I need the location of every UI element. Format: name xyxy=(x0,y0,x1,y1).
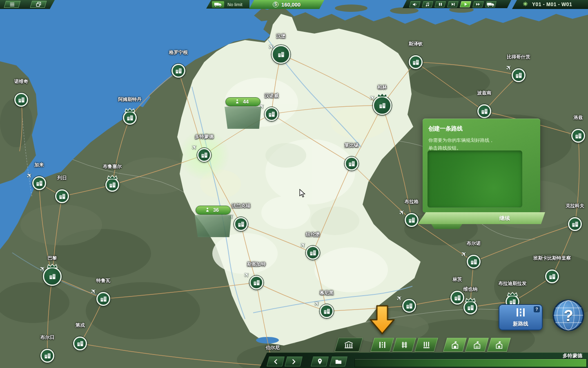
rail-depot-button[interactable] xyxy=(465,338,489,352)
city-label: 布尔诺 xyxy=(467,240,481,247)
season-icon xyxy=(523,1,528,8)
fast-icon xyxy=(476,2,481,7)
pin-icon xyxy=(317,358,323,365)
city-label: 维也纳 xyxy=(463,286,478,292)
folder-icon xyxy=(335,359,342,364)
air-depot-button[interactable] xyxy=(487,338,511,352)
city-label: 克拉科夫 xyxy=(566,203,584,209)
england-texture xyxy=(0,98,33,147)
city-label: 斯图加特 xyxy=(247,261,266,267)
city-label: 布鲁塞尔 xyxy=(103,164,122,170)
city-buildings-icon[interactable] xyxy=(345,157,359,171)
tracks-button[interactable] xyxy=(392,338,416,352)
city-buildings-icon[interactable] xyxy=(96,292,110,306)
next-button[interactable] xyxy=(285,357,303,366)
city-buildings-icon[interactable] xyxy=(467,255,481,269)
city-label: 巴黎 xyxy=(48,255,57,261)
city-label: 布拉迪斯拉发 xyxy=(499,280,527,287)
city-buildings-icon[interactable] xyxy=(32,176,46,190)
city-label: 莱比锡 xyxy=(345,142,359,148)
tutorial-title: 创建一条路线 xyxy=(428,125,535,132)
city-buildings-icon[interactable] xyxy=(14,93,28,107)
city-label: 多特蒙德 xyxy=(195,134,214,140)
city-buildings-icon[interactable] xyxy=(306,246,320,260)
new-route-button[interactable]: 新路线 ? xyxy=(499,304,543,330)
hamburger-icon xyxy=(9,2,15,7)
speaker-icon xyxy=(412,2,417,7)
fast-forward-button[interactable] xyxy=(472,1,484,7)
music-button[interactable] xyxy=(422,1,433,7)
city-buildings-icon[interactable] xyxy=(265,107,278,121)
city-buildings-icon[interactable] xyxy=(234,217,248,231)
money-display: S 160,000 xyxy=(249,0,324,9)
road-depot-button[interactable] xyxy=(443,338,467,352)
city-label: 林茨 xyxy=(453,276,462,283)
continue-label: 继续 xyxy=(499,215,510,222)
route-icon xyxy=(515,307,526,319)
city-buildings-icon[interactable] xyxy=(477,104,491,118)
step-icon xyxy=(451,2,455,7)
city-label: 斯泽钦 xyxy=(409,41,423,47)
city-label: 加来 xyxy=(35,162,44,168)
new-route-label: 新路线 xyxy=(513,321,528,328)
city-buildings-icon[interactable] xyxy=(172,64,185,78)
prev-button[interactable] xyxy=(267,357,285,366)
tutorial-tab xyxy=(431,224,462,229)
tutorial-panel: 创建一条路线 你需要为你的车辆规划好路线， 单击路线按钮。 xyxy=(423,119,540,213)
truck-icon xyxy=(212,1,224,8)
city-label: 布尔日 xyxy=(40,334,55,341)
locate-button[interactable] xyxy=(311,357,329,366)
sound-button[interactable] xyxy=(409,1,421,7)
city-label: 列日 xyxy=(58,175,67,181)
current-city-label: 多特蒙德 xyxy=(563,352,582,359)
city-buildings-icon[interactable] xyxy=(73,337,87,350)
stations-button[interactable] xyxy=(334,338,363,352)
capital-crown-icon xyxy=(465,296,476,304)
rail-icon xyxy=(401,341,408,349)
chevron-right-icon xyxy=(292,359,296,364)
depot3-icon xyxy=(495,341,503,349)
city-buildings-icon[interactable] xyxy=(450,291,464,305)
tutorial-arrow-pointer xyxy=(367,305,398,335)
city-buildings-icon[interactable] xyxy=(545,269,559,283)
city-buildings-icon[interactable] xyxy=(197,148,211,162)
station-icon xyxy=(344,341,354,349)
truck-icon xyxy=(487,2,495,7)
route-list-bar[interactable] xyxy=(354,359,587,367)
game-date: Y01 - M01 - W01 xyxy=(532,2,572,7)
routes-folder-button[interactable] xyxy=(330,357,347,366)
vehicle-limit-label: No limit xyxy=(227,2,243,7)
pause-button[interactable] xyxy=(434,1,446,7)
city-buildings-icon[interactable] xyxy=(402,299,416,313)
city-buildings-icon[interactable] xyxy=(512,68,526,82)
city-buildings-icon[interactable] xyxy=(40,349,54,363)
window-button[interactable] xyxy=(30,1,47,8)
routes-button[interactable] xyxy=(370,338,394,352)
city-buildings-icon[interactable] xyxy=(55,189,69,203)
capital-crown-icon xyxy=(124,107,136,114)
continue-button[interactable]: 继续 xyxy=(418,212,545,224)
city-buildings-icon[interactable] xyxy=(405,213,419,227)
tutorial-illustration xyxy=(428,150,522,208)
city-label: 比得哥什茨 xyxy=(507,54,530,60)
chevron-left-icon xyxy=(274,359,278,364)
vehicle-speed-button[interactable] xyxy=(485,1,497,7)
city-buildings-icon[interactable] xyxy=(320,304,334,318)
capital-crown-icon xyxy=(376,92,388,99)
city-label: 格罗宁根 xyxy=(169,49,188,56)
playback-controls xyxy=(403,0,511,8)
city-buildings-icon[interactable] xyxy=(568,217,582,231)
city-buildings-icon[interactable] xyxy=(249,276,263,289)
tutorial-body: 你需要为你的车辆规划好路线， 单击路线按钮。 xyxy=(428,137,535,152)
platforms-button[interactable] xyxy=(414,338,438,352)
world-help-button[interactable]: ? xyxy=(551,298,586,332)
city-buildings-icon[interactable] xyxy=(571,129,585,143)
city-label: 伯尔尼 xyxy=(266,345,280,351)
city-label: 波兹南 xyxy=(477,90,492,96)
menu-button[interactable] xyxy=(4,1,21,8)
city-buildings-icon[interactable] xyxy=(409,55,423,69)
city-label: 慕尼黑 xyxy=(320,290,334,296)
play-button[interactable] xyxy=(460,1,471,7)
step-button[interactable] xyxy=(447,1,459,7)
city-label: 纽伦堡 xyxy=(306,231,320,238)
